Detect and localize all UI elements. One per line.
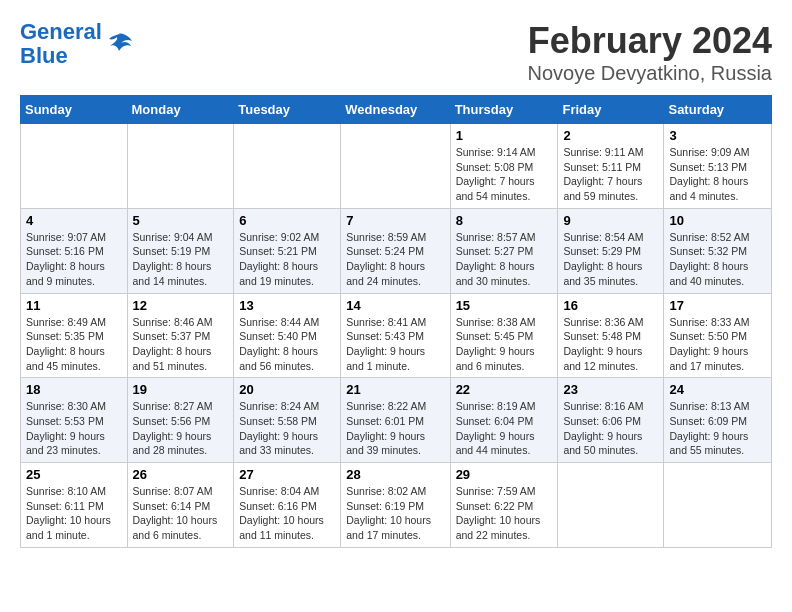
day-number: 18 <box>26 382 122 397</box>
day-number: 28 <box>346 467 444 482</box>
calendar-cell: 11Sunrise: 8:49 AMSunset: 5:35 PMDayligh… <box>21 293 128 378</box>
week-row-1: 4Sunrise: 9:07 AMSunset: 5:16 PMDaylight… <box>21 208 772 293</box>
day-info: Sunrise: 8:02 AMSunset: 6:19 PMDaylight:… <box>346 484 444 543</box>
day-info: Sunrise: 8:30 AMSunset: 5:53 PMDaylight:… <box>26 399 122 458</box>
day-number: 23 <box>563 382 658 397</box>
calendar-cell: 17Sunrise: 8:33 AMSunset: 5:50 PMDayligh… <box>664 293 772 378</box>
day-info: Sunrise: 8:46 AMSunset: 5:37 PMDaylight:… <box>133 315 229 374</box>
calendar-cell: 21Sunrise: 8:22 AMSunset: 6:01 PMDayligh… <box>341 378 450 463</box>
day-number: 17 <box>669 298 766 313</box>
calendar-cell <box>558 463 664 548</box>
day-number: 16 <box>563 298 658 313</box>
day-info: Sunrise: 9:09 AMSunset: 5:13 PMDaylight:… <box>669 145 766 204</box>
day-number: 29 <box>456 467 553 482</box>
calendar-cell: 19Sunrise: 8:27 AMSunset: 5:56 PMDayligh… <box>127 378 234 463</box>
calendar-cell: 8Sunrise: 8:57 AMSunset: 5:27 PMDaylight… <box>450 208 558 293</box>
title-block: February 2024 Novoye Devyatkino, Russia <box>527 20 772 85</box>
day-info: Sunrise: 8:57 AMSunset: 5:27 PMDaylight:… <box>456 230 553 289</box>
day-number: 22 <box>456 382 553 397</box>
week-row-4: 25Sunrise: 8:10 AMSunset: 6:11 PMDayligh… <box>21 463 772 548</box>
header-cell-tuesday: Tuesday <box>234 96 341 124</box>
day-number: 26 <box>133 467 229 482</box>
header-cell-sunday: Sunday <box>21 96 128 124</box>
day-info: Sunrise: 8:52 AMSunset: 5:32 PMDaylight:… <box>669 230 766 289</box>
week-row-3: 18Sunrise: 8:30 AMSunset: 5:53 PMDayligh… <box>21 378 772 463</box>
day-info: Sunrise: 8:10 AMSunset: 6:11 PMDaylight:… <box>26 484 122 543</box>
day-number: 21 <box>346 382 444 397</box>
day-info: Sunrise: 8:38 AMSunset: 5:45 PMDaylight:… <box>456 315 553 374</box>
day-number: 9 <box>563 213 658 228</box>
header-cell-monday: Monday <box>127 96 234 124</box>
day-number: 11 <box>26 298 122 313</box>
day-number: 2 <box>563 128 658 143</box>
day-info: Sunrise: 8:19 AMSunset: 6:04 PMDaylight:… <box>456 399 553 458</box>
calendar-cell: 20Sunrise: 8:24 AMSunset: 5:58 PMDayligh… <box>234 378 341 463</box>
day-number: 19 <box>133 382 229 397</box>
calendar-cell: 27Sunrise: 8:04 AMSunset: 6:16 PMDayligh… <box>234 463 341 548</box>
calendar-cell <box>341 124 450 209</box>
logo: General Blue <box>20 20 134 68</box>
calendar-cell: 7Sunrise: 8:59 AMSunset: 5:24 PMDaylight… <box>341 208 450 293</box>
day-number: 6 <box>239 213 335 228</box>
day-number: 27 <box>239 467 335 482</box>
calendar-cell: 25Sunrise: 8:10 AMSunset: 6:11 PMDayligh… <box>21 463 128 548</box>
day-info: Sunrise: 8:44 AMSunset: 5:40 PMDaylight:… <box>239 315 335 374</box>
subtitle: Novoye Devyatkino, Russia <box>527 62 772 85</box>
header-cell-friday: Friday <box>558 96 664 124</box>
day-number: 12 <box>133 298 229 313</box>
day-number: 20 <box>239 382 335 397</box>
day-number: 1 <box>456 128 553 143</box>
main-title: February 2024 <box>527 20 772 62</box>
calendar-cell: 14Sunrise: 8:41 AMSunset: 5:43 PMDayligh… <box>341 293 450 378</box>
page-header: General Blue February 2024 Novoye Devyat… <box>20 20 772 85</box>
day-number: 3 <box>669 128 766 143</box>
day-info: Sunrise: 8:04 AMSunset: 6:16 PMDaylight:… <box>239 484 335 543</box>
day-number: 24 <box>669 382 766 397</box>
day-info: Sunrise: 9:14 AMSunset: 5:08 PMDaylight:… <box>456 145 553 204</box>
day-number: 13 <box>239 298 335 313</box>
day-number: 14 <box>346 298 444 313</box>
day-info: Sunrise: 8:36 AMSunset: 5:48 PMDaylight:… <box>563 315 658 374</box>
day-info: Sunrise: 8:59 AMSunset: 5:24 PMDaylight:… <box>346 230 444 289</box>
week-row-2: 11Sunrise: 8:49 AMSunset: 5:35 PMDayligh… <box>21 293 772 378</box>
day-info: Sunrise: 8:16 AMSunset: 6:06 PMDaylight:… <box>563 399 658 458</box>
calendar-cell: 15Sunrise: 8:38 AMSunset: 5:45 PMDayligh… <box>450 293 558 378</box>
day-info: Sunrise: 8:07 AMSunset: 6:14 PMDaylight:… <box>133 484 229 543</box>
day-info: Sunrise: 8:13 AMSunset: 6:09 PMDaylight:… <box>669 399 766 458</box>
calendar-cell: 24Sunrise: 8:13 AMSunset: 6:09 PMDayligh… <box>664 378 772 463</box>
day-number: 10 <box>669 213 766 228</box>
calendar-cell: 16Sunrise: 8:36 AMSunset: 5:48 PMDayligh… <box>558 293 664 378</box>
header-cell-wednesday: Wednesday <box>341 96 450 124</box>
day-number: 8 <box>456 213 553 228</box>
calendar-body: 1Sunrise: 9:14 AMSunset: 5:08 PMDaylight… <box>21 124 772 548</box>
calendar-header-row: SundayMondayTuesdayWednesdayThursdayFrid… <box>21 96 772 124</box>
day-info: Sunrise: 8:41 AMSunset: 5:43 PMDaylight:… <box>346 315 444 374</box>
day-info: Sunrise: 8:33 AMSunset: 5:50 PMDaylight:… <box>669 315 766 374</box>
header-cell-saturday: Saturday <box>664 96 772 124</box>
calendar-cell: 28Sunrise: 8:02 AMSunset: 6:19 PMDayligh… <box>341 463 450 548</box>
calendar-cell: 29Sunrise: 7:59 AMSunset: 6:22 PMDayligh… <box>450 463 558 548</box>
day-info: Sunrise: 8:24 AMSunset: 5:58 PMDaylight:… <box>239 399 335 458</box>
header-cell-thursday: Thursday <box>450 96 558 124</box>
calendar-cell <box>21 124 128 209</box>
week-row-0: 1Sunrise: 9:14 AMSunset: 5:08 PMDaylight… <box>21 124 772 209</box>
calendar-cell: 6Sunrise: 9:02 AMSunset: 5:21 PMDaylight… <box>234 208 341 293</box>
calendar-cell: 5Sunrise: 9:04 AMSunset: 5:19 PMDaylight… <box>127 208 234 293</box>
day-info: Sunrise: 9:02 AMSunset: 5:21 PMDaylight:… <box>239 230 335 289</box>
calendar-cell: 26Sunrise: 8:07 AMSunset: 6:14 PMDayligh… <box>127 463 234 548</box>
calendar-cell: 22Sunrise: 8:19 AMSunset: 6:04 PMDayligh… <box>450 378 558 463</box>
day-info: Sunrise: 9:04 AMSunset: 5:19 PMDaylight:… <box>133 230 229 289</box>
day-number: 4 <box>26 213 122 228</box>
day-number: 5 <box>133 213 229 228</box>
logo-bird-icon <box>104 29 134 59</box>
calendar-cell <box>234 124 341 209</box>
calendar-cell: 18Sunrise: 8:30 AMSunset: 5:53 PMDayligh… <box>21 378 128 463</box>
calendar-cell: 12Sunrise: 8:46 AMSunset: 5:37 PMDayligh… <box>127 293 234 378</box>
calendar-cell <box>664 463 772 548</box>
day-info: Sunrise: 9:07 AMSunset: 5:16 PMDaylight:… <box>26 230 122 289</box>
calendar-cell <box>127 124 234 209</box>
day-number: 7 <box>346 213 444 228</box>
day-number: 25 <box>26 467 122 482</box>
day-info: Sunrise: 8:54 AMSunset: 5:29 PMDaylight:… <box>563 230 658 289</box>
day-info: Sunrise: 8:49 AMSunset: 5:35 PMDaylight:… <box>26 315 122 374</box>
